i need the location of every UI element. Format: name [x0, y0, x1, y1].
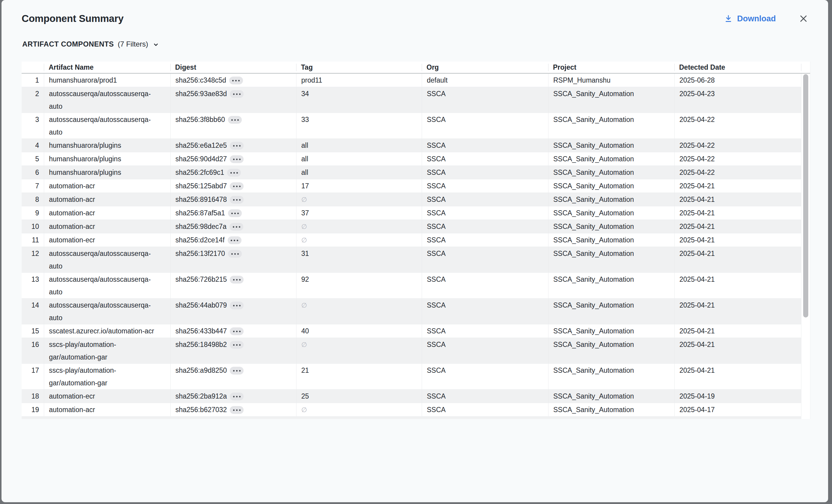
digest-expand-button[interactable]: [230, 276, 243, 284]
org-cell: default: [422, 74, 548, 87]
tag-cell: ∅: [296, 220, 422, 233]
table-body: 1humanshuarora/prod1sha256:c348c5dprod11…: [22, 74, 801, 419]
digest-expand-button[interactable]: [230, 155, 243, 163]
digest-expand-button[interactable]: [228, 116, 242, 124]
tag-cell: ∅: [296, 338, 422, 364]
artifact-name-cell: automation-acr: [44, 206, 170, 219]
tag-cell: all: [296, 152, 422, 165]
tag-cell: 21: [296, 364, 422, 389]
artifact-name-cell: automation-acr: [44, 193, 170, 206]
tag-cell: ∅: [296, 233, 422, 246]
artifact-name-cell: automation-acr: [44, 403, 170, 416]
digest-expand-button[interactable]: [227, 169, 241, 177]
digest-expand-button[interactable]: [230, 142, 243, 150]
org-cell: SSCA: [422, 179, 548, 192]
artifact-name-line: sscs-play/automation-: [49, 364, 167, 377]
digest-expand-button[interactable]: [230, 341, 243, 349]
column-header-tag: Tag: [296, 61, 422, 73]
table-row: 8automation-acrsha256:8916478∅SSCASSCA_S…: [22, 193, 801, 206]
row-number: 18: [22, 390, 44, 403]
digest-expand-button[interactable]: [230, 301, 243, 309]
org-cell: SSCA: [422, 273, 548, 298]
digest-value: sha256:98dec7a: [175, 220, 227, 233]
artifact-components-toggle[interactable]: ARTIFACT COMPONENTS (7 Filters): [22, 38, 160, 50]
tag-cell: 34: [296, 87, 422, 113]
digest-expand-button[interactable]: [230, 182, 243, 190]
close-button[interactable]: [798, 12, 809, 25]
artifact-name-line: auto: [49, 100, 167, 113]
project-cell: SSCA_Sanity_Automation: [548, 364, 674, 389]
digest-cell: sha256:98dec7a: [170, 220, 296, 233]
header-actions: Download: [724, 5, 828, 25]
digest-expand-button[interactable]: [229, 77, 243, 84]
digest-value: sha256:44ab079: [175, 299, 227, 312]
tag-cell: prod11: [296, 74, 422, 87]
row-number: 12: [22, 247, 44, 272]
digest-expand-button[interactable]: [228, 209, 242, 217]
artifact-name-cell: autosscauserqa/autosscauserqa-auto: [44, 247, 170, 272]
org-cell: SSCA: [422, 324, 548, 338]
empty-tag-icon: ∅: [301, 196, 307, 203]
digest-cell: sha256:8916478: [170, 193, 296, 206]
digest-value: sha256:b627032: [175, 403, 227, 416]
org-cell: SSCA: [422, 233, 548, 246]
digest-expand-button[interactable]: [230, 367, 243, 375]
table-row: 19automation-acrsha256:b627032∅SSCASSCA_…: [22, 403, 801, 417]
digest-expand-button[interactable]: [230, 223, 243, 231]
row-number: 10: [22, 220, 44, 233]
artifact-name-cell: autosscauserqa/autosscauserqa-auto: [44, 273, 170, 298]
detected-date-cell: 2025-04-21: [674, 179, 801, 192]
artifact-name-cell: autosscauserqa/autosscauserqa-auto: [44, 87, 170, 113]
digest-cell: sha256:d2ce14f: [170, 233, 296, 246]
detected-date-cell: 2025-04-21: [674, 364, 801, 389]
digest-value: sha256:13f2170: [175, 247, 225, 260]
row-number: 6: [22, 166, 44, 179]
digest-expand-button[interactable]: [228, 250, 242, 258]
digest-value: sha256:8916478: [175, 193, 227, 206]
tag-cell: ∅: [296, 298, 422, 324]
artifact-name-line: humanshuarora/plugins: [49, 139, 167, 152]
digest-cell: sha256:125abd7: [170, 179, 296, 192]
artifact-name-line: humanshuarora/plugins: [49, 153, 167, 165]
modal-header: Component Summary Download: [1, 0, 828, 30]
digest-cell: sha256:87af5a1: [170, 206, 296, 219]
digest-expand-button[interactable]: [230, 327, 243, 335]
detected-date-cell: 2025-04-22: [674, 152, 801, 165]
empty-tag-icon: ∅: [301, 223, 307, 230]
table-row: 5humanshuarora/pluginssha256:90d4d27allS…: [22, 152, 801, 166]
row-number: 1: [22, 74, 44, 87]
download-button[interactable]: Download: [724, 14, 776, 23]
digest-expand-button[interactable]: [230, 90, 243, 98]
tag-cell: 37: [296, 206, 422, 219]
tag-cell: 17: [296, 179, 422, 192]
artifact-name-cell: sscs-play/automation-gar/automation-gar: [44, 338, 170, 364]
artifact-name-cell: sscatest.azurecr.io/automation-acr: [44, 324, 170, 338]
row-number: 19: [22, 403, 44, 416]
table-row: 14autosscauserqa/autosscauserqa-autosha2…: [22, 298, 801, 324]
digest-expand-button[interactable]: [230, 406, 243, 414]
clipped-row: [22, 417, 801, 419]
column-header-row-number: [22, 61, 44, 73]
filters-count: (7 Filters): [118, 40, 148, 48]
artifact-name-cell: automation-acr: [44, 179, 170, 192]
org-cell: SSCA: [422, 193, 548, 206]
artifact-name-line: auto: [49, 260, 167, 272]
vertical-scrollbar[interactable]: [803, 74, 808, 317]
artifact-name-line: humanshuarora/plugins: [49, 166, 167, 179]
digest-value: sha256:c348c5d: [175, 74, 226, 86]
close-icon: [798, 13, 809, 24]
digest-cell: sha256:13f2170: [170, 247, 296, 272]
artifact-name-cell: sscs-play/automation-gar/automation-gar: [44, 364, 170, 389]
tag-cell: all: [296, 139, 422, 152]
detected-date-cell: 2025-04-21: [674, 298, 801, 324]
artifact-name-line: gar/automation-gar: [49, 351, 167, 364]
project-cell: SSCA_Sanity_Automation: [548, 247, 674, 272]
empty-tag-icon: ∅: [301, 301, 307, 309]
digest-expand-button[interactable]: [228, 236, 241, 244]
detected-date-cell: 2025-04-21: [674, 193, 801, 206]
artifact-name-line: auto: [49, 126, 167, 138]
org-cell: SSCA: [422, 364, 548, 389]
digest-expand-button[interactable]: [230, 196, 243, 204]
digest-expand-button[interactable]: [230, 393, 243, 400]
empty-tag-icon: ∅: [301, 341, 307, 348]
